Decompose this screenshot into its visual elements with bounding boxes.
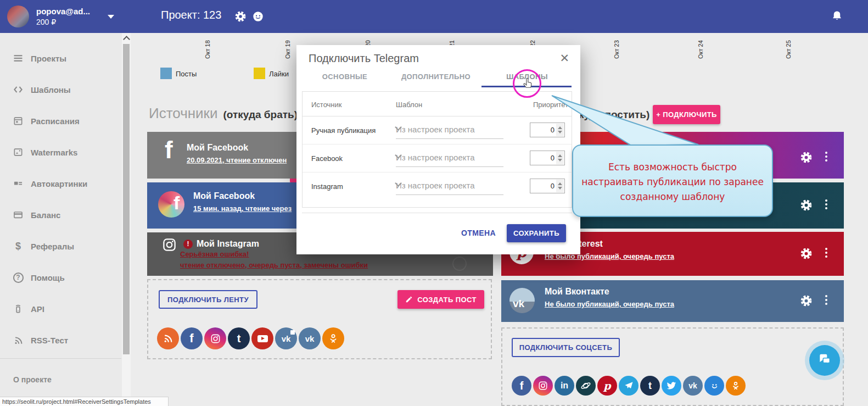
instagram-icon[interactable] (204, 327, 226, 349)
axis-date-label: Окт 23 (613, 40, 620, 59)
chat-fab-button[interactable] (809, 345, 840, 376)
source-card-status-link[interactable]: 15 мин. назад, чтение через (193, 204, 292, 213)
connect-feed-button[interactable]: ПОДКЛЮЧИТЬ ЛЕНТУ (159, 290, 257, 309)
auto-image-icon (12, 177, 24, 190)
template-select[interactable]: Из настроек проекта (396, 150, 503, 167)
facebook-icon[interactable]: f (512, 376, 531, 396)
twitter-icon[interactable] (662, 376, 681, 396)
avatar[interactable] (7, 5, 29, 27)
hint-line: Есть возможность быстро (573, 160, 772, 175)
sidebar-item-watermarks[interactable]: Watermarks (0, 144, 122, 160)
credit-card-icon (12, 209, 24, 221)
face-icon[interactable] (252, 10, 264, 25)
legend-posts-label: Посты (176, 70, 197, 78)
receiver-card-status-link[interactable]: Не было публикаций, очередь пуста (545, 300, 674, 308)
sidebar-item-label: API (31, 304, 44, 314)
image-icon (12, 146, 24, 158)
more-menu-icon[interactable] (825, 246, 827, 259)
project-settings-gear-icon[interactable] (234, 10, 247, 25)
avatar: vk (509, 288, 535, 313)
gear-icon[interactable] (800, 294, 813, 309)
sidebar-item-label: RSS-Тест (31, 336, 68, 345)
sources-heading-note: (откуда брать) (223, 109, 298, 121)
pinterest-icon[interactable]: p (597, 376, 617, 396)
sidebar-item-autoimages[interactable]: Автокартинки (0, 175, 122, 192)
sidebar-item-referrals[interactable]: $ Рефералы (0, 238, 122, 254)
row-source-label: Facebook (311, 154, 343, 163)
gear-icon[interactable] (800, 247, 813, 262)
template-select-value: Из настроек проекта (396, 153, 475, 162)
tumblr-icon[interactable]: t (228, 327, 250, 349)
chat-icon (817, 352, 832, 369)
more-menu-icon[interactable] (825, 198, 827, 211)
rss-icon[interactable] (157, 327, 179, 349)
sidebar-item-label: Баланс (31, 210, 60, 220)
source-card-status-link[interactable]: 20.09.2021, чтение отключен (187, 156, 287, 164)
more-menu-icon[interactable] (825, 150, 827, 163)
app-window: Окт 18 Окт 19 Окт 20 Окт 21 Окт 22 Окт 2… (0, 0, 868, 406)
youtube-icon[interactable] (251, 327, 273, 349)
priority-value: 0 (551, 154, 555, 162)
close-icon[interactable]: ✕ (559, 52, 569, 65)
sidebar-item-balance[interactable]: Баланс (0, 207, 122, 223)
sidebar-item-label: Watermarks (31, 148, 77, 157)
telegram-icon[interactable] (619, 376, 639, 396)
user-email[interactable]: popova@ad... (36, 7, 90, 16)
sidebar-about-link[interactable]: О проекте (13, 375, 52, 384)
moymir-smiley-icon[interactable] (704, 376, 724, 396)
table-row: Ручная публикация Из настроек проекта 0 (303, 116, 572, 144)
receiver-card-title: Мой Вконтакте (545, 287, 609, 297)
linkedin-icon[interactable]: in (555, 376, 574, 396)
divider (0, 358, 121, 359)
odnoklassniki-icon[interactable] (322, 327, 344, 349)
add-receiver-zone: ПОДКЛЮЧИТЬ СОЦСЕТЬ f in p t vk (501, 327, 844, 406)
source-card-status-link[interactable]: чтение отключено, очередь пуста, замечен… (180, 261, 368, 269)
priority-input[interactable]: 0 (530, 151, 565, 165)
sidebar-item-api[interactable]: API (0, 301, 122, 317)
vk-badge-icon[interactable]: vk (275, 327, 297, 349)
more-menu-icon[interactable] (825, 293, 827, 307)
source-card-title: Мой Instagram (197, 239, 259, 249)
cancel-button[interactable]: ОТМЕНА (461, 229, 496, 237)
templates-table: Источник Шаблон Приоритет Ручная публика… (302, 91, 572, 208)
help-icon: ? (12, 271, 24, 283)
vk-icon[interactable]: vk (683, 376, 703, 396)
scrollbar-up-arrow[interactable] (122, 33, 131, 43)
gear-icon[interactable] (800, 151, 813, 166)
spinner-arrows[interactable] (556, 180, 564, 192)
template-select[interactable]: Из настроек проекта (396, 122, 503, 139)
sidebar-item-projects[interactable]: Проекты (0, 50, 122, 66)
sidebar-item-templates[interactable]: Шаблоны (0, 81, 122, 98)
template-select[interactable]: Из настроек проекта (396, 178, 503, 195)
sidebar-item-label: Проекты (31, 54, 66, 63)
priority-input[interactable]: 0 (530, 179, 565, 193)
save-button[interactable]: СОХРАНИТЬ (507, 224, 566, 242)
source-card-error-link[interactable]: Серьёзная ошибка! (180, 250, 249, 258)
scrollbar-thumb[interactable] (123, 44, 130, 354)
connect-social-button[interactable]: ПОДКЛЮЧИТЬ СОЦСЕТЬ (512, 338, 620, 357)
tumblr-icon[interactable]: t (640, 376, 660, 396)
sidebar-item-rss-test[interactable]: RSS-Тест (0, 332, 122, 348)
chevron-down-icon[interactable] (108, 15, 114, 19)
receiver-card-vkontakte[interactable]: vk Мой Вконтакте Не было публикаций, оче… (501, 280, 844, 322)
instagram-icon[interactable] (533, 376, 553, 396)
gear-icon[interactable] (800, 199, 813, 214)
sidebar-item-schedules[interactable]: Расписания (0, 113, 122, 129)
spinner-arrows[interactable] (556, 152, 564, 164)
tab-main[interactable]: ОСНОВНЫЕ (299, 73, 390, 81)
create-post-button[interactable]: СОЗДАТЬ ПОСТ (397, 290, 484, 309)
sidebar-item-label: Рефералы (31, 242, 74, 251)
bell-icon[interactable] (831, 10, 843, 25)
sidebar-item-help[interactable]: ? Помощь (0, 269, 122, 286)
source-card-title: Мой Facebook (193, 191, 255, 201)
facebook-icon[interactable]: f (181, 327, 203, 349)
seolit-satellite-icon[interactable] (576, 376, 596, 396)
axis-date-label: Окт 24 (697, 40, 704, 59)
sources-heading: Источники (149, 105, 218, 122)
instagram-icon (162, 237, 177, 254)
odnoklassniki-icon[interactable] (726, 376, 746, 396)
table-row: Facebook Из настроек проекта 0 (303, 144, 572, 173)
sidebar: Проекты Шаблоны Расписания Watermarks Ав… (0, 33, 122, 406)
vk-icon[interactable]: vk (299, 327, 321, 349)
tab-additional[interactable]: ДОПОЛНИТЕЛЬНО (390, 73, 481, 81)
